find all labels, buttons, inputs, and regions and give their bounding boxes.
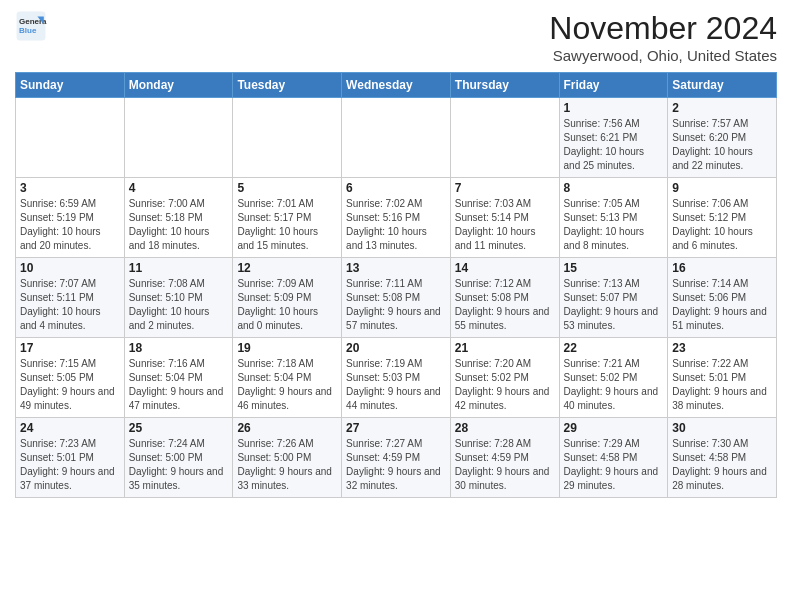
weekday-header-thursday: Thursday [450, 73, 559, 98]
day-info: Sunrise: 7:15 AM Sunset: 5:05 PM Dayligh… [20, 357, 120, 413]
day-info: Sunrise: 7:13 AM Sunset: 5:07 PM Dayligh… [564, 277, 664, 333]
month-title: November 2024 [549, 10, 777, 47]
day-cell: 30Sunrise: 7:30 AM Sunset: 4:58 PM Dayli… [668, 418, 777, 498]
day-info: Sunrise: 7:56 AM Sunset: 6:21 PM Dayligh… [564, 117, 664, 173]
day-info: Sunrise: 7:05 AM Sunset: 5:13 PM Dayligh… [564, 197, 664, 253]
day-number: 11 [129, 261, 229, 275]
day-number: 15 [564, 261, 664, 275]
day-number: 21 [455, 341, 555, 355]
day-cell: 19Sunrise: 7:18 AM Sunset: 5:04 PM Dayli… [233, 338, 342, 418]
day-cell: 23Sunrise: 7:22 AM Sunset: 5:01 PM Dayli… [668, 338, 777, 418]
day-info: Sunrise: 7:57 AM Sunset: 6:20 PM Dayligh… [672, 117, 772, 173]
day-cell: 6Sunrise: 7:02 AM Sunset: 5:16 PM Daylig… [342, 178, 451, 258]
day-cell: 21Sunrise: 7:20 AM Sunset: 5:02 PM Dayli… [450, 338, 559, 418]
day-number: 12 [237, 261, 337, 275]
day-cell: 14Sunrise: 7:12 AM Sunset: 5:08 PM Dayli… [450, 258, 559, 338]
day-number: 3 [20, 181, 120, 195]
calendar-table: SundayMondayTuesdayWednesdayThursdayFrid… [15, 72, 777, 498]
day-number: 20 [346, 341, 446, 355]
day-cell: 4Sunrise: 7:00 AM Sunset: 5:18 PM Daylig… [124, 178, 233, 258]
title-area: November 2024 Sawyerwood, Ohio, United S… [549, 10, 777, 64]
day-info: Sunrise: 7:07 AM Sunset: 5:11 PM Dayligh… [20, 277, 120, 333]
weekday-header-saturday: Saturday [668, 73, 777, 98]
day-number: 30 [672, 421, 772, 435]
day-number: 19 [237, 341, 337, 355]
day-number: 23 [672, 341, 772, 355]
day-cell [342, 98, 451, 178]
day-number: 26 [237, 421, 337, 435]
day-cell: 3Sunrise: 6:59 AM Sunset: 5:19 PM Daylig… [16, 178, 125, 258]
day-number: 10 [20, 261, 120, 275]
day-cell [233, 98, 342, 178]
day-cell: 24Sunrise: 7:23 AM Sunset: 5:01 PM Dayli… [16, 418, 125, 498]
day-number: 17 [20, 341, 120, 355]
day-cell: 9Sunrise: 7:06 AM Sunset: 5:12 PM Daylig… [668, 178, 777, 258]
day-cell: 17Sunrise: 7:15 AM Sunset: 5:05 PM Dayli… [16, 338, 125, 418]
day-cell: 28Sunrise: 7:28 AM Sunset: 4:59 PM Dayli… [450, 418, 559, 498]
day-info: Sunrise: 7:03 AM Sunset: 5:14 PM Dayligh… [455, 197, 555, 253]
day-cell: 16Sunrise: 7:14 AM Sunset: 5:06 PM Dayli… [668, 258, 777, 338]
svg-text:Blue: Blue [19, 26, 37, 35]
day-cell [124, 98, 233, 178]
week-row-4: 17Sunrise: 7:15 AM Sunset: 5:05 PM Dayli… [16, 338, 777, 418]
day-cell: 27Sunrise: 7:27 AM Sunset: 4:59 PM Dayli… [342, 418, 451, 498]
day-number: 24 [20, 421, 120, 435]
day-number: 9 [672, 181, 772, 195]
weekday-header-monday: Monday [124, 73, 233, 98]
day-info: Sunrise: 7:09 AM Sunset: 5:09 PM Dayligh… [237, 277, 337, 333]
week-row-2: 3Sunrise: 6:59 AM Sunset: 5:19 PM Daylig… [16, 178, 777, 258]
week-row-1: 1Sunrise: 7:56 AM Sunset: 6:21 PM Daylig… [16, 98, 777, 178]
day-cell: 8Sunrise: 7:05 AM Sunset: 5:13 PM Daylig… [559, 178, 668, 258]
day-number: 14 [455, 261, 555, 275]
day-number: 13 [346, 261, 446, 275]
weekday-header-wednesday: Wednesday [342, 73, 451, 98]
day-info: Sunrise: 7:26 AM Sunset: 5:00 PM Dayligh… [237, 437, 337, 493]
day-info: Sunrise: 7:29 AM Sunset: 4:58 PM Dayligh… [564, 437, 664, 493]
day-info: Sunrise: 7:20 AM Sunset: 5:02 PM Dayligh… [455, 357, 555, 413]
weekday-header-friday: Friday [559, 73, 668, 98]
day-number: 25 [129, 421, 229, 435]
header: General Blue November 2024 Sawyerwood, O… [15, 10, 777, 64]
day-number: 8 [564, 181, 664, 195]
day-info: Sunrise: 7:00 AM Sunset: 5:18 PM Dayligh… [129, 197, 229, 253]
logo-icon: General Blue [15, 10, 47, 42]
day-number: 6 [346, 181, 446, 195]
day-info: Sunrise: 7:24 AM Sunset: 5:00 PM Dayligh… [129, 437, 229, 493]
day-cell: 26Sunrise: 7:26 AM Sunset: 5:00 PM Dayli… [233, 418, 342, 498]
location-title: Sawyerwood, Ohio, United States [549, 47, 777, 64]
day-info: Sunrise: 7:19 AM Sunset: 5:03 PM Dayligh… [346, 357, 446, 413]
day-cell [16, 98, 125, 178]
day-number: 29 [564, 421, 664, 435]
logo: General Blue [15, 10, 51, 42]
day-info: Sunrise: 7:28 AM Sunset: 4:59 PM Dayligh… [455, 437, 555, 493]
weekday-header-tuesday: Tuesday [233, 73, 342, 98]
day-cell: 18Sunrise: 7:16 AM Sunset: 5:04 PM Dayli… [124, 338, 233, 418]
day-info: Sunrise: 7:06 AM Sunset: 5:12 PM Dayligh… [672, 197, 772, 253]
day-number: 4 [129, 181, 229, 195]
weekday-header-sunday: Sunday [16, 73, 125, 98]
day-info: Sunrise: 7:27 AM Sunset: 4:59 PM Dayligh… [346, 437, 446, 493]
day-number: 1 [564, 101, 664, 115]
day-info: Sunrise: 7:11 AM Sunset: 5:08 PM Dayligh… [346, 277, 446, 333]
weekday-header-row: SundayMondayTuesdayWednesdayThursdayFrid… [16, 73, 777, 98]
day-info: Sunrise: 7:01 AM Sunset: 5:17 PM Dayligh… [237, 197, 337, 253]
day-number: 22 [564, 341, 664, 355]
day-cell: 20Sunrise: 7:19 AM Sunset: 5:03 PM Dayli… [342, 338, 451, 418]
day-number: 18 [129, 341, 229, 355]
day-info: Sunrise: 7:21 AM Sunset: 5:02 PM Dayligh… [564, 357, 664, 413]
day-info: Sunrise: 6:59 AM Sunset: 5:19 PM Dayligh… [20, 197, 120, 253]
day-info: Sunrise: 7:22 AM Sunset: 5:01 PM Dayligh… [672, 357, 772, 413]
day-cell: 15Sunrise: 7:13 AM Sunset: 5:07 PM Dayli… [559, 258, 668, 338]
day-info: Sunrise: 7:14 AM Sunset: 5:06 PM Dayligh… [672, 277, 772, 333]
day-cell: 7Sunrise: 7:03 AM Sunset: 5:14 PM Daylig… [450, 178, 559, 258]
day-cell [450, 98, 559, 178]
day-info: Sunrise: 7:12 AM Sunset: 5:08 PM Dayligh… [455, 277, 555, 333]
week-row-3: 10Sunrise: 7:07 AM Sunset: 5:11 PM Dayli… [16, 258, 777, 338]
day-info: Sunrise: 7:18 AM Sunset: 5:04 PM Dayligh… [237, 357, 337, 413]
week-row-5: 24Sunrise: 7:23 AM Sunset: 5:01 PM Dayli… [16, 418, 777, 498]
day-cell: 25Sunrise: 7:24 AM Sunset: 5:00 PM Dayli… [124, 418, 233, 498]
day-number: 16 [672, 261, 772, 275]
day-cell: 1Sunrise: 7:56 AM Sunset: 6:21 PM Daylig… [559, 98, 668, 178]
day-number: 2 [672, 101, 772, 115]
day-info: Sunrise: 7:08 AM Sunset: 5:10 PM Dayligh… [129, 277, 229, 333]
